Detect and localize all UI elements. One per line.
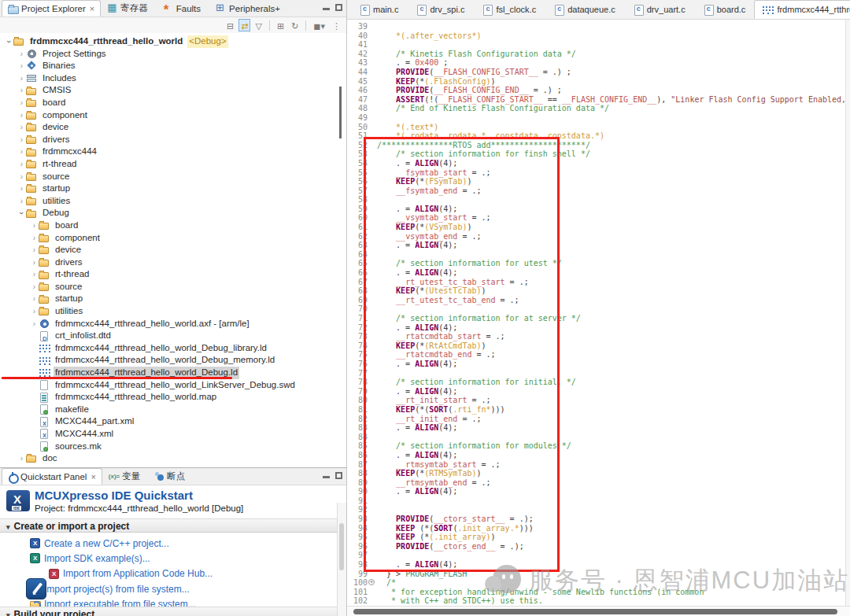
editor-tab-board-c[interactable]: board.c (694, 0, 755, 19)
editor-tab-main-c[interactable]: main.c (350, 0, 407, 19)
tree-item[interactable]: ›frdmmcxc444_rtthread_hello_world<Debug> (0, 35, 346, 48)
tree-item[interactable]: crt_infolist.dtd (0, 330, 346, 342)
tree-item[interactable]: frdmmcxc444_rtthread_hello_world_Debug_l… (0, 342, 346, 355)
tree-item[interactable]: ›Includes (0, 72, 346, 85)
tab-item[interactable]: (x)=变量 (102, 468, 149, 485)
chevron-collapsed-icon[interactable]: › (30, 244, 39, 256)
chevron-collapsed-icon[interactable]: › (17, 109, 26, 122)
code-token: (* (415, 77, 424, 86)
tree-item[interactable]: ›Project Settings (0, 48, 346, 61)
maximize-icon[interactable] (335, 472, 342, 479)
chevron-collapsed-icon[interactable]: › (17, 121, 26, 134)
overview-ruler[interactable] (845, 20, 850, 606)
chevron-collapsed-icon[interactable]: › (30, 305, 39, 318)
tree-item-label: Binaries (41, 60, 77, 72)
minimize-icon[interactable] (323, 476, 330, 478)
close-icon[interactable]: × (91, 472, 95, 481)
filter-icon[interactable]: ▽ (253, 19, 264, 31)
tree-item[interactable]: ›rt-thread (0, 268, 346, 281)
quickstart-scrollbar-track[interactable] (337, 503, 346, 616)
quickstart-link-import-project-s-from-file-system[interactable]: Import project(s) from file system... (0, 581, 338, 596)
chevron-collapsed-icon[interactable]: › (17, 195, 26, 208)
tab-item[interactable]: 寄存器 (101, 0, 157, 17)
chevron-collapsed-icon[interactable]: › (30, 318, 39, 330)
editor-tab-dataqueue-c[interactable]: dataqueue.c (545, 0, 624, 19)
chevron-collapsed-icon[interactable]: › (17, 171, 26, 183)
horizontal-scrollbar-thumb[interactable] (353, 609, 837, 614)
editor-tab-drv-spi-c[interactable]: drv_spi.c (407, 0, 473, 19)
tab-project-explorer[interactable]: Project Explorer× (2, 0, 101, 17)
tree-item[interactable]: sources.mk (0, 441, 346, 453)
chevron-collapsed-icon[interactable]: › (30, 281, 39, 293)
tree-item[interactable]: ›source (0, 171, 346, 183)
tree-item[interactable]: ›utilities (0, 195, 346, 208)
tree-item[interactable]: ›drivers (0, 134, 346, 146)
chevron-collapsed-icon[interactable]: › (17, 452, 26, 465)
chevron-collapsed-icon[interactable]: › (30, 268, 39, 281)
editor-tab-fsl-clock-c[interactable]: fsl_clock.c (473, 0, 545, 19)
chevron-collapsed-icon[interactable]: › (17, 158, 26, 171)
select-working-set-icon[interactable]: ⊞ (275, 19, 286, 31)
chevron-collapsed-icon[interactable]: › (30, 219, 39, 232)
more-icon[interactable]: ⋮ (330, 19, 343, 31)
tree-item[interactable]: ›device (0, 121, 346, 134)
quickstart-scrollbar-thumb[interactable] (339, 523, 344, 570)
tree-item[interactable]: ›Binaries (0, 60, 346, 72)
tree-item[interactable]: MCXC444.xml (0, 428, 346, 441)
quickstart-link-create-a-new-c-c-project[interactable]: Create a new C/C++ project... (0, 536, 338, 551)
view-menu-icon[interactable]: ◼▾ (311, 19, 327, 31)
tree-item[interactable]: ›drivers (0, 256, 346, 269)
tree-item[interactable]: frdmmcxc444_rtthread_hello_world_LinkSer… (0, 379, 346, 392)
maximize-icon[interactable] (335, 4, 342, 11)
tree-item[interactable]: ›frdmmcxc444_rtthread_hello_world.axf - … (0, 318, 346, 330)
chevron-collapsed-icon[interactable]: › (17, 146, 26, 158)
tree-item[interactable]: frdmmcxc444_rtthread_hello_world.map (0, 391, 346, 404)
chevron-collapsed-icon[interactable]: › (17, 134, 26, 146)
chevron-collapsed-icon[interactable]: › (17, 48, 26, 61)
chevron-collapsed-icon[interactable]: › (17, 72, 26, 85)
code-line: 48 /* End of Kinetis Flash Configuration… (347, 104, 845, 113)
collapse-all-icon[interactable]: ⊟ (224, 19, 236, 31)
quickstart-link-import-sdk-example-s[interactable]: Import SDK example(s)... (0, 551, 338, 566)
chevron-collapsed-icon[interactable]: › (30, 256, 39, 269)
fold-icon[interactable]: + (368, 579, 375, 585)
link-with-editor-icon[interactable]: ⇄ (238, 19, 250, 31)
tree-item[interactable]: MCXC444_part.xml (0, 415, 346, 428)
section-create-import[interactable]: ▾Create or import a project (0, 518, 340, 533)
tab-quickstart-panel[interactable]: Quickstart Panel× (2, 468, 102, 485)
editor-tab-drv-uart-c[interactable]: drv_uart.c (624, 0, 694, 19)
tree-item[interactable]: frdmmcxc444_rtthread_hello_world_Debug_m… (0, 354, 346, 367)
section-build-project[interactable]: ▾Build your project (0, 607, 340, 616)
tree-item[interactable]: ›component (0, 232, 346, 245)
tree-item[interactable]: ›source (0, 281, 346, 293)
chevron-collapsed-icon[interactable]: › (30, 232, 39, 245)
tree-item[interactable]: ›rt-thread (0, 158, 346, 171)
editor-tab-frdmmcxc444-rtthread[interactable]: frdmmcxc444_rtthread_... (754, 0, 850, 19)
tree-item[interactable]: ›Debug (0, 207, 346, 219)
tree-item[interactable]: ›utilities (0, 305, 346, 318)
tab-faults[interactable]: Faults (157, 0, 209, 17)
tree-item[interactable]: ›frdmmcxc444 (0, 146, 346, 158)
tree-item[interactable]: ›board (0, 97, 346, 109)
horizontal-scrollbar-track[interactable] (347, 606, 850, 616)
chevron-collapsed-icon[interactable]: › (17, 60, 26, 72)
chevron-collapsed-icon[interactable]: › (17, 97, 26, 109)
tree-item[interactable]: ›device (0, 244, 346, 256)
chevron-collapsed-icon[interactable]: › (30, 293, 39, 305)
refresh-icon[interactable]: ↻ (289, 19, 301, 31)
tree-item[interactable]: ›board (0, 219, 346, 232)
tree-item[interactable]: frdmmcxc444_rtthread_hello_world_Debug.l… (0, 367, 346, 379)
tree-item[interactable]: ›doc (0, 452, 346, 465)
tree-item[interactable]: makefile (0, 404, 346, 416)
chevron-collapsed-icon[interactable]: › (17, 84, 26, 97)
minimize-icon[interactable] (323, 8, 330, 10)
tree-item[interactable]: ›component (0, 109, 346, 122)
chevron-collapsed-icon[interactable]: › (17, 183, 26, 195)
close-icon[interactable]: × (90, 4, 94, 13)
tab-item[interactable]: 断点 (149, 468, 194, 485)
tree-item[interactable]: ›startup (0, 183, 346, 195)
tree-item[interactable]: ›startup (0, 293, 346, 305)
tree-item[interactable]: ›CMSIS (0, 84, 346, 97)
quickstart-link-import-from-application-code-hub[interactable]: Import from Application Code Hub... (0, 566, 338, 581)
tab-peripherals[interactable]: Peripherals+ (209, 0, 289, 17)
